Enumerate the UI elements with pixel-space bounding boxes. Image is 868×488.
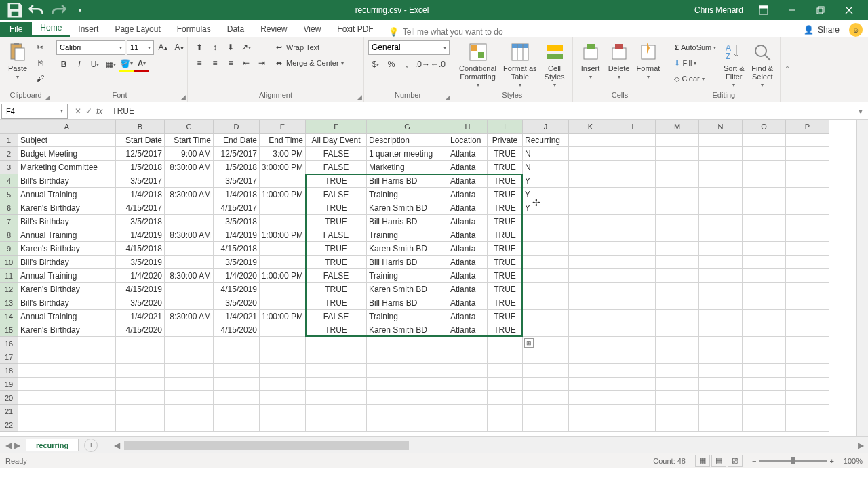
row-header[interactable]: 8 <box>0 228 18 242</box>
autofill-options-icon[interactable]: ⊞ <box>524 338 534 348</box>
cell[interactable] <box>743 188 786 201</box>
cell[interactable]: Description <box>367 134 448 147</box>
tell-me-search[interactable]: 💡 Tell me what you want to do <box>389 27 503 37</box>
cell[interactable] <box>523 378 569 391</box>
cell[interactable]: Private <box>488 134 523 147</box>
cell[interactable]: FALSE <box>306 188 367 201</box>
cell[interactable] <box>367 350 448 364</box>
cell[interactable] <box>699 215 743 228</box>
tab-data[interactable]: Data <box>219 22 252 37</box>
cell[interactable] <box>260 256 306 269</box>
cell[interactable] <box>656 215 699 228</box>
cell[interactable]: 1/4/2021 <box>116 310 165 323</box>
cell[interactable] <box>165 350 214 364</box>
cell[interactable] <box>569 418 612 432</box>
cell[interactable] <box>260 364 306 378</box>
cell[interactable]: TRUE <box>488 188 523 201</box>
zoom-slider[interactable]: −+ <box>752 457 834 465</box>
fill-color-icon[interactable]: 🪣▾ <box>119 57 134 72</box>
cell[interactable]: Karen's Birthday <box>18 323 116 337</box>
increase-decimal-icon[interactable]: .0→ <box>415 57 430 72</box>
cell[interactable] <box>612 296 656 310</box>
cell[interactable] <box>569 364 612 378</box>
decrease-font-icon[interactable]: A▾ <box>172 40 186 55</box>
cell[interactable]: FALSE <box>306 161 367 174</box>
cell[interactable] <box>656 283 699 296</box>
expand-formula-icon[interactable]: ▾ <box>853 106 868 116</box>
close-icon[interactable] <box>835 1 863 20</box>
align-left-icon[interactable]: ≡ <box>192 56 207 70</box>
find-select-button[interactable]: Find & Select▾ <box>749 40 776 89</box>
cell[interactable] <box>612 418 656 432</box>
cell[interactable]: 12/5/2017 <box>116 147 165 161</box>
col-header[interactable]: G <box>367 120 448 134</box>
cell[interactable]: Y <box>523 188 569 201</box>
cell[interactable] <box>786 174 829 188</box>
cell[interactable]: Marketing Committee <box>18 161 116 174</box>
cell[interactable] <box>260 201 306 215</box>
cell[interactable]: Training <box>367 269 448 283</box>
cell[interactable] <box>306 418 367 432</box>
cell[interactable]: Start Date <box>116 134 165 147</box>
minimize-icon[interactable] <box>778 1 806 20</box>
cell[interactable]: 3/5/2017 <box>116 174 165 188</box>
share-button[interactable]: 👤 Share ☺ <box>804 23 863 37</box>
cell[interactable]: 3/5/2019 <box>116 256 165 269</box>
enter-formula-icon[interactable]: ✓ <box>85 106 92 116</box>
cell[interactable] <box>786 188 829 201</box>
cell[interactable]: Atlanta <box>448 242 488 256</box>
row-header[interactable]: 3 <box>0 161 18 174</box>
cell[interactable]: 8:30:00 AM <box>165 161 214 174</box>
cell[interactable]: Y <box>523 174 569 188</box>
cell[interactable]: Atlanta <box>448 310 488 323</box>
cell[interactable] <box>612 391 656 405</box>
cell[interactable] <box>165 201 214 215</box>
cell[interactable] <box>743 215 786 228</box>
cell[interactable]: TRUE <box>488 323 523 337</box>
cell[interactable] <box>260 378 306 391</box>
cell[interactable] <box>743 228 786 242</box>
spreadsheet-grid[interactable]: ABCDEFGHIJKLMNOP 12345678910111213141516… <box>0 120 868 436</box>
cell[interactable]: TRUE <box>488 147 523 161</box>
vertical-scrollbar[interactable] <box>856 120 868 436</box>
cell[interactable]: 1 quarter meeting <box>367 147 448 161</box>
cell[interactable] <box>699 256 743 269</box>
cell[interactable] <box>656 201 699 215</box>
cell[interactable] <box>743 256 786 269</box>
cell[interactable]: FALSE <box>306 147 367 161</box>
cell[interactable] <box>569 283 612 296</box>
cell[interactable] <box>523 418 569 432</box>
cell[interactable]: Bill's Birthday <box>18 296 116 310</box>
cell[interactable] <box>569 337 612 350</box>
cell[interactable] <box>786 378 829 391</box>
cell[interactable] <box>448 405 488 418</box>
cell[interactable] <box>699 147 743 161</box>
cell[interactable] <box>165 391 214 405</box>
page-layout-view-icon[interactable]: ▤ <box>711 455 726 467</box>
cell[interactable] <box>214 364 260 378</box>
row-header[interactable]: 10 <box>0 256 18 269</box>
cell[interactable] <box>569 405 612 418</box>
cell[interactable]: 3:00 PM <box>260 147 306 161</box>
cell[interactable] <box>569 134 612 147</box>
cell[interactable]: Atlanta <box>448 188 488 201</box>
sheet-tab-recurring[interactable]: recurring <box>26 439 79 451</box>
increase-indent-icon[interactable]: ⇥ <box>254 56 269 70</box>
cell[interactable] <box>656 337 699 350</box>
alignment-launcher-icon[interactable]: ◢ <box>357 94 362 100</box>
col-header[interactable]: N <box>699 120 743 134</box>
cell[interactable] <box>367 418 448 432</box>
sort-filter-button[interactable]: AZSort & Filter▾ <box>720 40 747 89</box>
col-header[interactable]: A <box>18 120 116 134</box>
cell[interactable] <box>367 378 448 391</box>
cell[interactable]: 4/15/2019 <box>116 283 165 296</box>
col-header[interactable]: F <box>306 120 367 134</box>
cell[interactable]: 3/5/2017 <box>214 174 260 188</box>
bold-button[interactable]: B <box>56 57 71 72</box>
cell[interactable] <box>656 242 699 256</box>
col-header[interactable]: J <box>523 120 569 134</box>
cell[interactable] <box>656 174 699 188</box>
insert-function-icon[interactable]: fx <box>96 106 102 116</box>
cell[interactable] <box>786 310 829 323</box>
accounting-format-icon[interactable]: $▾ <box>368 57 383 72</box>
